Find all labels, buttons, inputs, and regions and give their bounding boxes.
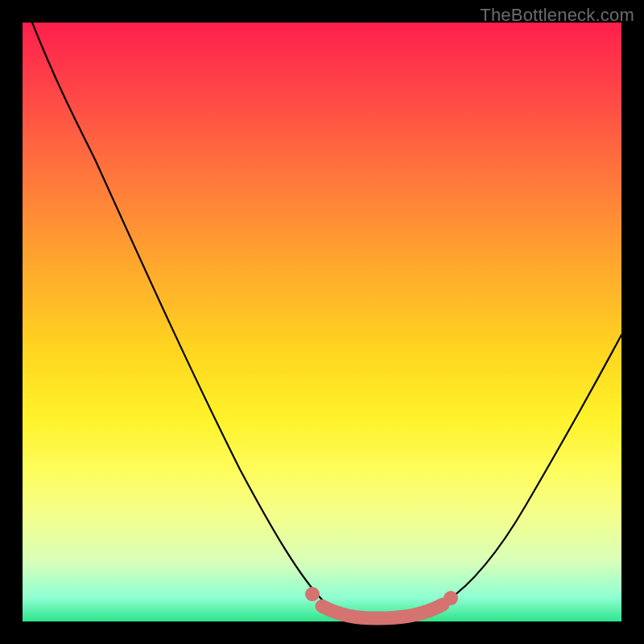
bottleneck-curve — [32, 23, 621, 618]
plot-area — [23, 23, 621, 621]
bottleneck-curve-svg — [23, 23, 621, 621]
chart-frame: TheBottleneck.com — [0, 0, 644, 644]
svg-point-0 — [305, 587, 320, 601]
svg-point-1 — [444, 591, 458, 605]
watermark-text: TheBottleneck.com — [480, 5, 634, 26]
valley-highlight — [305, 587, 458, 618]
